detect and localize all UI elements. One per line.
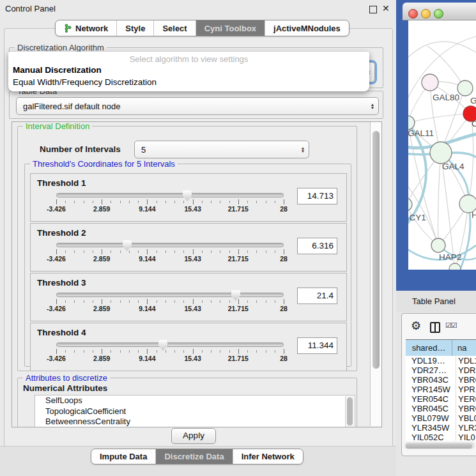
table-row[interactable]: YBR045CYBR0	[406, 404, 476, 413]
network-canvas[interactable]: GAL80GACGAL11GAL4GCY1HHAP2	[408, 20, 476, 270]
table-row[interactable]: YBL079WYBL0	[406, 413, 476, 423]
table-panel-region: Table Panel ⚙ ☑☑ shared… na YDL19…YDL1 Y…	[396, 291, 476, 476]
svg-text:C: C	[472, 119, 476, 128]
tab-discretize-data[interactable]: Discretize Data	[156, 449, 233, 464]
select-columns-checkboxes-icon[interactable]: ☑☑	[445, 321, 457, 330]
threshold-4-label: Threshold 4	[37, 328, 86, 337]
table-row[interactable]: YPR145WYPR1	[406, 385, 476, 394]
slider-tick-labels: -3.4262.8599.14415.4321.71528	[56, 304, 284, 312]
threshold-1-slider[interactable]: -3.4262.8599.14415.4321.71528	[56, 193, 284, 213]
threshold-4-value-field[interactable]: 11.344	[297, 337, 337, 354]
close-icon[interactable]: ✕	[382, 3, 390, 13]
table-header-row: shared… na	[406, 339, 476, 357]
table-panel-window: ⚙ ☑☑ shared… na YDL19…YDL1 YDR27…YDR2 YB…	[401, 313, 476, 456]
table-row[interactable]: YBR043CYBR0	[406, 375, 476, 385]
interval-definition-group: Interval Definition Number of Intervals …	[17, 126, 357, 371]
slider-ticks	[56, 249, 284, 254]
threshold-2-panel: Threshold 2 -3.4262.8599.14415.4321.7152…	[30, 223, 347, 272]
slider-ticks	[56, 349, 284, 354]
tab-infer-network[interactable]: Infer Network	[233, 449, 303, 464]
svg-text:HAP2: HAP2	[439, 252, 461, 262]
svg-text:GA: GA	[470, 96, 476, 105]
threshold-4-panel: Threshold 4 -3.4262.8599.14415.4321.7152…	[30, 323, 347, 371]
table-horizontal-scrollbar-thumb[interactable]	[406, 443, 472, 449]
algorithm-dropdown-popup: Select algorithm to view settings Manual…	[8, 52, 369, 91]
table-row[interactable]: YLR345WYLR3	[406, 423, 476, 433]
table-panel-header: Table Panel	[396, 291, 476, 312]
attributes-list-scrollbar[interactable]	[345, 396, 354, 427]
numerical-attributes-list: SelfLoops TopologicalCoefficient Between…	[35, 395, 355, 427]
number-of-intervals-label: Number of Intervals	[40, 144, 121, 154]
threshold-1-panel: Threshold 1 -3.4262.8599.14415.4321.7152…	[30, 173, 347, 222]
list-item-selfloops[interactable]: SelfLoops	[35, 395, 355, 406]
slider-track[interactable]	[56, 293, 284, 297]
tab-select[interactable]: Select	[154, 20, 196, 36]
threshold-2-slider[interactable]: -3.4262.8599.14415.4321.71528	[56, 243, 284, 263]
threshold-3-label: Threshold 3	[37, 278, 86, 288]
threshold-4-slider[interactable]: -3.4262.8599.14415.4321.71528	[56, 342, 284, 362]
slider-tick-labels: -3.4262.8599.14415.4321.71528	[56, 254, 284, 263]
table-row[interactable]: YDL19…YDL1	[406, 356, 476, 365]
settings-scroll-viewport: Interval Definition Number of Intervals …	[12, 121, 382, 427]
float-window-icon[interactable]	[369, 6, 377, 13]
slider-ticks	[56, 199, 284, 204]
top-tab-bar: Network Style Select Cyni Toolbox jActiv…	[55, 20, 349, 36]
attributes-group-title: Attributes to discretize	[23, 373, 110, 383]
settings-scrollbar-thumb[interactable]	[372, 131, 380, 369]
zoom-traffic-light[interactable]	[434, 9, 443, 19]
columns-icon[interactable]	[430, 322, 440, 333]
tab-impute-data[interactable]: Impute Data	[91, 449, 156, 464]
network-window-titlebar[interactable]	[403, 3, 476, 20]
table-data-group: Table Data galFiltered.sif default node …	[9, 91, 383, 119]
minimize-traffic-light[interactable]	[421, 9, 431, 19]
threshold-3-slider[interactable]: -3.4262.8599.14415.4321.71528	[56, 293, 284, 312]
slider-track[interactable]	[56, 193, 284, 197]
threshold-1-label: Threshold 1	[37, 178, 86, 188]
slider-track[interactable]	[56, 342, 284, 347]
bottom-tab-bar: Impute Data Discretize Data Infer Networ…	[91, 449, 303, 464]
tab-cyni-toolbox[interactable]: Cyni Toolbox	[196, 20, 265, 36]
settings-scrollbar[interactable]	[370, 122, 381, 426]
slider-tick-labels: -3.4262.8599.14415.4321.71528	[56, 204, 284, 213]
option-manual-discretization[interactable]: Manual Discretization	[13, 65, 102, 75]
thresholds-group-title: Threshold's Coordinates for 5 Intervals	[30, 159, 178, 169]
desktop-background	[396, 0, 403, 291]
discretization-algorithm-group-title: Discretization Algorithm	[15, 43, 107, 52]
svg-text:GAL11: GAL11	[408, 128, 434, 138]
list-item-topologicalcoefficient[interactable]: TopologicalCoefficient	[35, 406, 355, 417]
algorithm-prompt: Select algorithm to view settings	[8, 54, 369, 64]
table-horizontal-scrollbar[interactable]	[404, 442, 475, 449]
table-panel-title: Table Panel	[412, 296, 456, 306]
table-row[interactable]: YER054CYER0	[406, 394, 476, 404]
option-equal-width-frequency[interactable]: Equal Width/Frequency Discretization	[13, 77, 157, 87]
slider-ticks	[56, 299, 284, 304]
control-panel-title: Control Panel	[5, 4, 56, 13]
threshold-3-value-field[interactable]: 21.4	[297, 288, 337, 304]
list-item-betweennesscentrality[interactable]: BetweennessCentrality	[35, 417, 355, 427]
interval-definition-title: Interval Definition	[23, 121, 92, 131]
threshold-3-panel: Threshold 3 -3.4262.8599.14415.4321.7152…	[30, 273, 347, 321]
gear-icon[interactable]: ⚙	[411, 319, 421, 333]
combo-arrows-icon: ▲▼	[297, 146, 309, 153]
tab-style[interactable]: Style	[117, 20, 154, 36]
tab-network-label: Network	[75, 24, 108, 33]
tab-jactivemnodules[interactable]: jActiveMNodules	[265, 20, 349, 36]
table-body: YDL19…YDL1 YDR27…YDR2 YBR043CYBR0 YPR145…	[406, 356, 476, 441]
thresholds-group: Threshold's Coordinates for 5 Intervals …	[24, 164, 351, 367]
table-data-combobox[interactable]: galFiltered.sif default node ▲▼	[16, 97, 379, 115]
slider-track[interactable]	[56, 243, 284, 247]
number-of-intervals-combobox[interactable]: 5 ▲▼	[134, 141, 309, 158]
svg-text:GAL80: GAL80	[433, 93, 459, 102]
combo-arrows-icon: ▲▼	[367, 103, 378, 109]
column-header-name[interactable]: na	[452, 340, 476, 356]
table-row[interactable]: YDR27…YDR2	[406, 365, 476, 375]
svg-text:GCY1: GCY1	[408, 213, 426, 222]
column-header-shared-name[interactable]: shared…	[406, 340, 452, 356]
close-traffic-light[interactable]	[408, 9, 418, 19]
threshold-1-value-field[interactable]: 14.713	[297, 188, 337, 204]
apply-button[interactable]: Apply	[171, 428, 216, 444]
tab-network[interactable]: Network	[56, 20, 117, 36]
network-icon	[64, 24, 72, 33]
table-row[interactable]: YIL052CYIL0	[406, 433, 476, 441]
threshold-2-value-field[interactable]: 6.316	[297, 238, 337, 254]
